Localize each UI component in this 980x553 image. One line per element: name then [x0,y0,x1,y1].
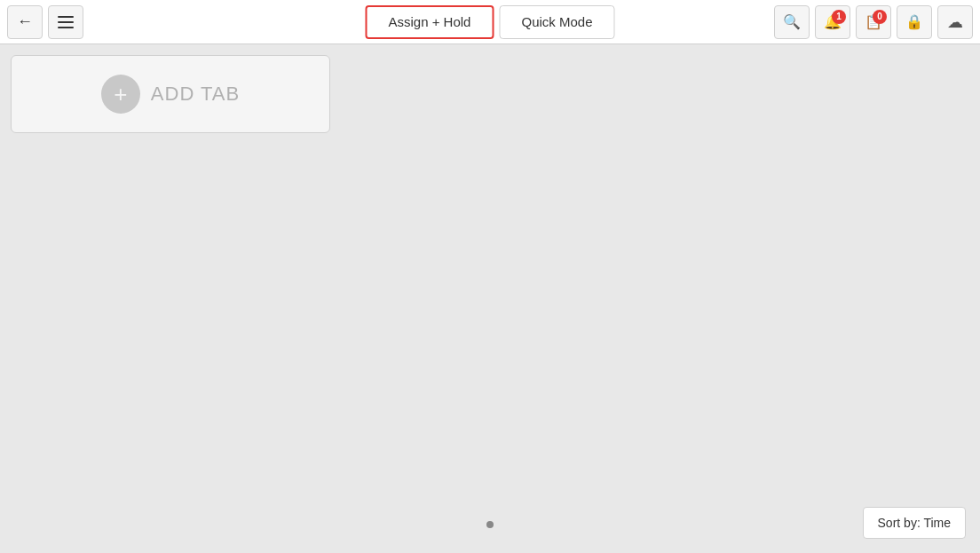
menu-button[interactable] [48,5,83,39]
cloud-button[interactable] [937,5,973,39]
search-icon [783,12,801,31]
header: ← Assign + Hold Quick Mode 1 0 [0,0,980,44]
assign-hold-button[interactable]: Assign + Hold [365,5,494,39]
notifications-button[interactable]: 1 [815,5,850,39]
quick-mode-label: Quick Mode [521,14,592,29]
assign-hold-label: Assign + Hold [388,14,470,29]
main-content: + ADD TAB Sort by: Time [0,44,980,553]
orders-button[interactable]: 0 [856,5,891,39]
quick-mode-button[interactable]: Quick Mode [499,5,614,39]
add-tab-card[interactable]: + ADD TAB [11,55,330,133]
pagination-dot [486,521,494,528]
orders-badge: 0 [873,10,887,24]
header-right: 1 0 [774,5,973,39]
add-tab-label: ADD TAB [151,83,240,106]
sort-label: Sort by: Time [878,516,951,530]
hamburger-icon [58,16,74,28]
notifications-badge: 1 [832,10,846,24]
back-icon: ← [17,12,33,31]
header-center: Assign + Hold Quick Mode [365,5,614,39]
lock-icon [905,12,923,31]
search-button[interactable] [774,5,810,39]
add-tab-plus-icon: + [101,75,140,114]
back-button[interactable]: ← [7,5,43,39]
lock-button[interactable] [897,5,932,39]
cloud-icon [947,12,963,32]
sort-button[interactable]: Sort by: Time [863,507,966,539]
